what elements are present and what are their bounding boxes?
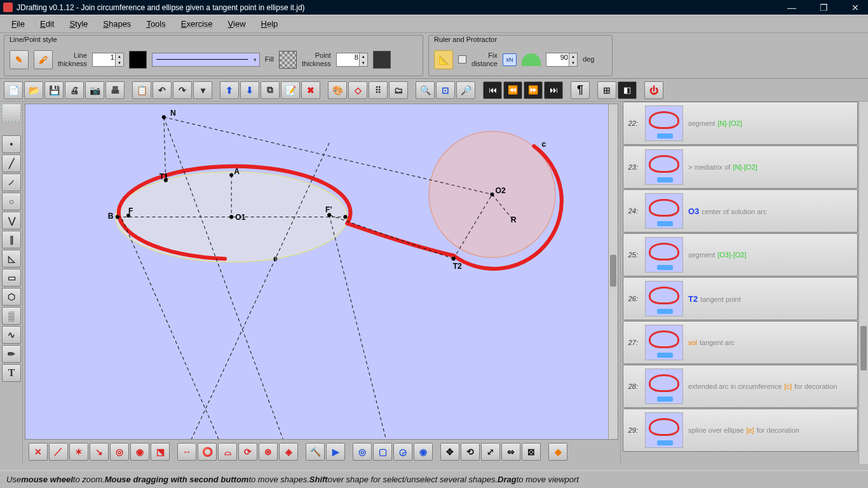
spin-down-icon[interactable]: ▼ bbox=[569, 60, 577, 66]
menu-edit[interactable]: Edit bbox=[34, 18, 60, 30]
contrast-button[interactable]: ◧ bbox=[618, 81, 637, 99]
tool-b11[interactable]: ⟳ bbox=[238, 443, 257, 461]
maximize-button[interactable]: ❐ bbox=[814, 3, 833, 13]
redo-button[interactable]: ↷ bbox=[173, 81, 192, 99]
brush-button[interactable]: 🖌 bbox=[34, 50, 53, 69]
tool-b17[interactable]: ▢ bbox=[373, 443, 392, 461]
tool-b18[interactable]: ◶ bbox=[393, 443, 412, 461]
arc-tool-button[interactable]: ⟋ bbox=[2, 173, 21, 191]
tool-b5[interactable]: ◎ bbox=[110, 443, 129, 461]
angle-input[interactable]: 90▲▼ bbox=[546, 53, 578, 67]
triangle-tool-button[interactable]: ◺ bbox=[2, 250, 21, 268]
point-tool-button[interactable]: • bbox=[2, 135, 21, 153]
tool-b19[interactable]: ◉ bbox=[414, 443, 433, 461]
prev-step-button[interactable]: ⏪ bbox=[503, 81, 522, 99]
step-26[interactable]: 26: T2 tangent point bbox=[623, 277, 858, 320]
zoom-fit-button[interactable]: ⊡ bbox=[436, 81, 455, 99]
open-button[interactable]: 📂 bbox=[24, 81, 43, 99]
line-color-picker[interactable] bbox=[129, 51, 147, 69]
move-up-button[interactable]: ⬆ bbox=[220, 81, 239, 99]
menu-exercise[interactable]: Exercise bbox=[175, 18, 219, 30]
xn-button[interactable]: xN bbox=[503, 53, 517, 66]
grid-button[interactable]: ⊞ bbox=[597, 81, 616, 99]
dropdown-button[interactable]: ▾ bbox=[193, 81, 212, 99]
fill-pattern-picker[interactable] bbox=[279, 51, 297, 69]
spin-up-icon[interactable]: ▲ bbox=[115, 53, 123, 60]
new-button[interactable]: 📄 bbox=[4, 81, 23, 99]
tool-b15[interactable]: ▶ bbox=[326, 443, 345, 461]
steps-scrollbar[interactable] bbox=[858, 102, 868, 464]
tool-b21[interactable]: ⟲ bbox=[461, 443, 480, 461]
polyline-tool-button[interactable]: ⋁ bbox=[2, 212, 21, 229]
spline-tool-button[interactable]: ∿ bbox=[2, 326, 21, 344]
ruler-button[interactable]: 📐 bbox=[434, 50, 453, 69]
tool-b14[interactable]: 🔨 bbox=[306, 443, 325, 461]
step-25[interactable]: 25: segment [O3]-[O2] bbox=[623, 233, 858, 276]
menu-help[interactable]: Help bbox=[255, 18, 285, 30]
tool-b6[interactable]: ◉ bbox=[130, 443, 149, 461]
minimize-button[interactable]: — bbox=[782, 3, 801, 13]
menu-shapes[interactable]: Shapes bbox=[97, 18, 137, 30]
line-tool-button[interactable]: ╱ bbox=[2, 154, 21, 172]
tool-b20[interactable]: ✥ bbox=[440, 443, 459, 461]
copy-shape-button[interactable]: ⧉ bbox=[261, 81, 280, 99]
save-as-button[interactable]: 🖨 bbox=[65, 81, 84, 99]
point-thickness-input[interactable]: 8▲▼ bbox=[336, 53, 368, 67]
step-29[interactable]: 29: spline over ellipse [e] for decorati… bbox=[623, 409, 858, 452]
tool-b22[interactable]: ⤢ bbox=[481, 443, 500, 461]
tool-b7[interactable]: ⬔ bbox=[151, 443, 170, 461]
tool-b3[interactable]: ✶ bbox=[69, 443, 88, 461]
properties-button[interactable]: 📝 bbox=[281, 81, 300, 99]
color-button[interactable]: 🎨 bbox=[328, 81, 347, 99]
layers-button[interactable]: 🗂 bbox=[389, 81, 408, 99]
last-step-button[interactable]: ⏭ bbox=[544, 81, 563, 99]
parallel-tool-button[interactable]: ∥ bbox=[2, 231, 21, 248]
menu-style[interactable]: Style bbox=[63, 18, 94, 30]
tool-b9[interactable]: ⭕ bbox=[198, 443, 217, 461]
export-button[interactable]: 📷 bbox=[85, 81, 104, 99]
step-list[interactable]: 22: segment [N]-[O2] 23: > mediatrix of … bbox=[621, 102, 868, 464]
spin-down-icon[interactable]: ▼ bbox=[115, 60, 123, 66]
spin-up-icon[interactable]: ▲ bbox=[359, 53, 367, 60]
save-button[interactable]: 💾 bbox=[44, 81, 64, 99]
fix-distance-checkbox[interactable] bbox=[458, 55, 466, 64]
spin-up-icon[interactable]: ▲ bbox=[569, 53, 577, 60]
step-24[interactable]: 24: O3 center of solution arc bbox=[623, 189, 858, 233]
tool-b1[interactable]: ✕ bbox=[29, 443, 48, 461]
point-color-picker[interactable] bbox=[373, 51, 391, 69]
paragraph-button[interactable]: ¶ bbox=[571, 81, 590, 99]
circle-tool-button[interactable]: ○ bbox=[2, 193, 21, 210]
step-27[interactable]: 27: sol tangent arc bbox=[623, 321, 858, 364]
step-28[interactable]: 28: extended arc in circumference [c] fo… bbox=[623, 365, 858, 408]
menu-file[interactable]: File bbox=[5, 18, 31, 30]
canvas-scrollbar[interactable] bbox=[608, 104, 618, 439]
tool-b25[interactable]: ◆ bbox=[548, 443, 567, 461]
select-rect-button[interactable] bbox=[2, 104, 21, 121]
line-thickness-input[interactable]: 1▲▼ bbox=[92, 53, 124, 67]
tool-b24[interactable]: ⊠ bbox=[522, 443, 541, 461]
tool-b12[interactable]: ⊛ bbox=[259, 443, 278, 461]
rect-tool-button[interactable]: ▭ bbox=[2, 269, 21, 287]
menu-tools[interactable]: Tools bbox=[140, 18, 172, 30]
tool-b23[interactable]: ⇔ bbox=[501, 443, 520, 461]
step-22[interactable]: 22: segment [N]-[O2] bbox=[623, 102, 858, 145]
delete-button[interactable]: ✖ bbox=[301, 81, 320, 99]
text-tool-button[interactable]: T bbox=[2, 364, 21, 382]
spin-down-icon[interactable]: ▼ bbox=[359, 60, 367, 66]
undo-button[interactable]: ↶ bbox=[153, 81, 172, 99]
diamond-button[interactable]: ◇ bbox=[348, 81, 367, 99]
next-step-button[interactable]: ⏩ bbox=[524, 81, 543, 99]
move-down-button[interactable]: ⬇ bbox=[240, 81, 259, 99]
line-style-dropdown[interactable]: ▾ bbox=[152, 53, 260, 67]
first-step-button[interactable]: ⏮ bbox=[483, 81, 502, 99]
close-button[interactable]: ✕ bbox=[846, 3, 865, 13]
pencil-tool-button[interactable]: ✏ bbox=[2, 345, 21, 363]
polygon-tool-button[interactable]: ⬡ bbox=[2, 288, 21, 306]
menu-view[interactable]: View bbox=[222, 18, 252, 30]
print-button[interactable]: 🖶 bbox=[105, 81, 125, 99]
power-button[interactable]: ⏻ bbox=[644, 81, 663, 99]
tool-b8[interactable]: ↔ bbox=[177, 443, 196, 461]
eyedropper-button[interactable]: ✎ bbox=[10, 50, 29, 69]
tool-b10[interactable]: ⌓ bbox=[218, 443, 237, 461]
tool-b4[interactable]: ↘ bbox=[90, 443, 109, 461]
